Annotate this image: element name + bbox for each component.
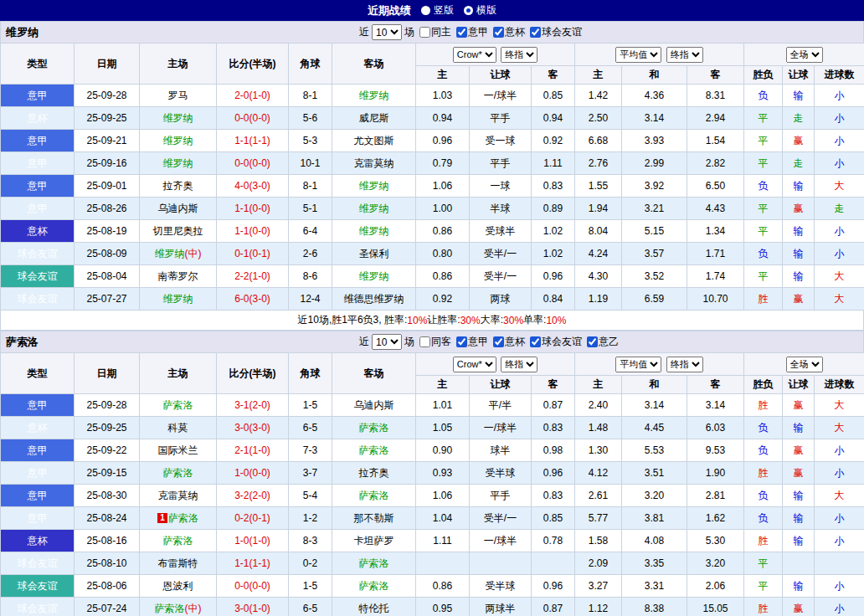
result-goals-cell: 大 xyxy=(815,417,864,439)
same-venue-filter[interactable]: 同主 xyxy=(414,25,451,39)
league-filter-label: 意甲 xyxy=(468,25,488,39)
asian-away-odds-cell: 0.87 xyxy=(532,394,575,417)
near-games-select[interactable]: 10 xyxy=(372,24,402,40)
euro-draw-odds-cell: 3.20 xyxy=(622,485,687,507)
result-handicap-cell: 赢 xyxy=(783,394,815,417)
home-team-cell: 维罗纳 xyxy=(140,288,217,311)
asian-handicap-cell: 平手 xyxy=(470,152,532,175)
league-filter-checkbox[interactable] xyxy=(493,336,504,347)
team-name-text: 维罗纳 xyxy=(359,180,389,192)
away-team-cell: 克雷莫纳 xyxy=(332,152,416,175)
bookmaker-select[interactable]: Crow* xyxy=(453,357,496,372)
score-cell: 1-1(1-1) xyxy=(217,130,289,152)
col-euro-away: 客 xyxy=(687,66,744,85)
corner-cell: 8-3 xyxy=(289,530,332,552)
league-filter-checkbox[interactable] xyxy=(530,27,541,38)
league-filter-checkbox[interactable] xyxy=(493,27,504,38)
result-wl-cell: 负 xyxy=(744,507,783,530)
fulltime-select[interactable]: 全场 xyxy=(786,47,823,63)
col-result-goals: 进球数 xyxy=(815,66,864,85)
col-corner: 角球 xyxy=(289,353,332,394)
asian-handicap-cell: 受半/一 xyxy=(470,507,532,530)
result-wl-cell: 负 xyxy=(744,243,783,265)
col-euro-draw: 和 xyxy=(622,66,687,85)
league-filter[interactable]: 意甲 xyxy=(451,335,488,349)
team-name-text: 威尼斯 xyxy=(359,112,389,124)
league-filter-checkbox[interactable] xyxy=(530,336,541,347)
league-filter[interactable]: 球会友谊 xyxy=(525,335,582,349)
col-euro-draw: 和 xyxy=(622,376,687,394)
home-team-cell: 1萨索洛 xyxy=(140,507,217,530)
euro-home-odds-cell: 1.12 xyxy=(575,598,622,616)
league-type-cell: 意甲 xyxy=(1,394,75,417)
col-asian-away: 客 xyxy=(532,376,575,394)
league-filter-checkbox[interactable] xyxy=(587,336,598,347)
asian-handicap-cell: 两球 xyxy=(470,288,532,311)
euro-odds-header: 平均值 终指 xyxy=(575,44,744,66)
team-name-text: 维罗纳 xyxy=(359,270,389,282)
result-goals-cell: 小 xyxy=(815,439,864,462)
league-filter[interactable]: 意乙 xyxy=(582,335,619,349)
away-team-cell: 特伦托 xyxy=(332,598,416,616)
final-odds-select[interactable]: 终指 xyxy=(666,47,703,63)
match-date-cell: 25-07-27 xyxy=(75,288,140,311)
league-filter[interactable]: 意甲 xyxy=(451,25,488,39)
score-cell: 3-2(2-0) xyxy=(217,485,289,507)
asian-home-odds-cell: 0.86 xyxy=(416,220,470,243)
score-cell: 2-0(1-0) xyxy=(217,85,289,107)
same-venue-label: 同主 xyxy=(431,25,451,39)
same-venue-filter[interactable]: 同客 xyxy=(414,335,451,349)
league-filter[interactable]: 意杯 xyxy=(488,335,525,349)
league-type-cell: 意甲 xyxy=(1,439,75,462)
team-name-text: 萨索洛 xyxy=(359,422,389,434)
matches-tbody: 意甲25-09-28罗马2-0(1-0)8-1维罗纳1.03一/球半0.851.… xyxy=(1,85,864,311)
result-goals-cell: 小 xyxy=(815,152,864,175)
final-odds-select[interactable]: 终指 xyxy=(501,357,537,372)
result-wl-cell: 胜 xyxy=(744,598,783,616)
result-handicap-cell: 走 xyxy=(783,152,815,175)
match-date-cell: 25-08-24 xyxy=(75,507,140,530)
euro-away-odds-cell: 15.05 xyxy=(687,598,744,616)
radio-icon[interactable] xyxy=(421,6,430,15)
result-wl-cell: 平 xyxy=(744,265,783,288)
result-handicap-cell: 赢 xyxy=(783,288,815,311)
score-cell: 1-1(0-0) xyxy=(217,198,289,220)
league-filter-checkbox[interactable] xyxy=(456,27,467,38)
away-team-cell: 卡坦萨罗 xyxy=(332,530,416,552)
bookmaker-select[interactable]: Crow* xyxy=(453,47,496,63)
same-venue-checkbox[interactable] xyxy=(419,27,430,38)
euro-home-odds-cell: 1.42 xyxy=(575,85,622,107)
fulltime-select[interactable]: 全场 xyxy=(786,357,823,372)
asian-away-odds-cell xyxy=(532,552,575,575)
radio-selected-icon[interactable] xyxy=(464,6,473,15)
euro-home-odds-cell: 1.48 xyxy=(575,417,622,439)
euro-away-odds-cell: 3.20 xyxy=(687,552,744,575)
euro-draw-odds-cell: 3.14 xyxy=(622,107,687,130)
away-team-cell: 萨索洛 xyxy=(332,439,416,462)
asian-home-odds-cell: 1.06 xyxy=(416,485,470,507)
final-odds-select[interactable]: 终指 xyxy=(501,47,537,63)
corner-cell: 10-1 xyxy=(289,152,332,175)
layout-radio-horizontal[interactable]: 横版 xyxy=(464,3,496,18)
asian-away-odds-cell: 0.92 xyxy=(532,130,575,152)
match-date-cell: 25-09-15 xyxy=(75,462,140,485)
asian-home-odds-cell: 0.90 xyxy=(416,439,470,462)
average-select[interactable]: 平均值 xyxy=(615,47,661,63)
asian-handicap-cell: 平手 xyxy=(470,107,532,130)
near-games-select[interactable]: 10 xyxy=(372,334,402,350)
corner-cell: 2-6 xyxy=(289,243,332,265)
col-result-wl: 胜负 xyxy=(744,66,783,85)
league-filter[interactable]: 意杯 xyxy=(488,25,525,39)
away-team-cell: 拉齐奥 xyxy=(332,462,416,485)
average-select[interactable]: 平均值 xyxy=(615,357,661,372)
final-odds-select[interactable]: 终指 xyxy=(666,357,703,372)
matches-tbody: 意甲25-09-28萨索洛3-1(2-0)1-5乌迪内斯1.01平/半0.872… xyxy=(1,394,864,616)
league-filter[interactable]: 球会友谊 xyxy=(525,25,582,39)
league-filter-checkbox[interactable] xyxy=(456,336,467,347)
home-team-cell: 罗马 xyxy=(140,85,217,107)
euro-home-odds-cell: 1.30 xyxy=(575,439,622,462)
home-team-cell: 萨索洛 xyxy=(140,394,217,417)
layout-radio-vertical[interactable]: 竖版 xyxy=(421,3,454,18)
same-venue-checkbox[interactable] xyxy=(419,336,430,347)
result-goals-cell: 走 xyxy=(815,198,864,220)
